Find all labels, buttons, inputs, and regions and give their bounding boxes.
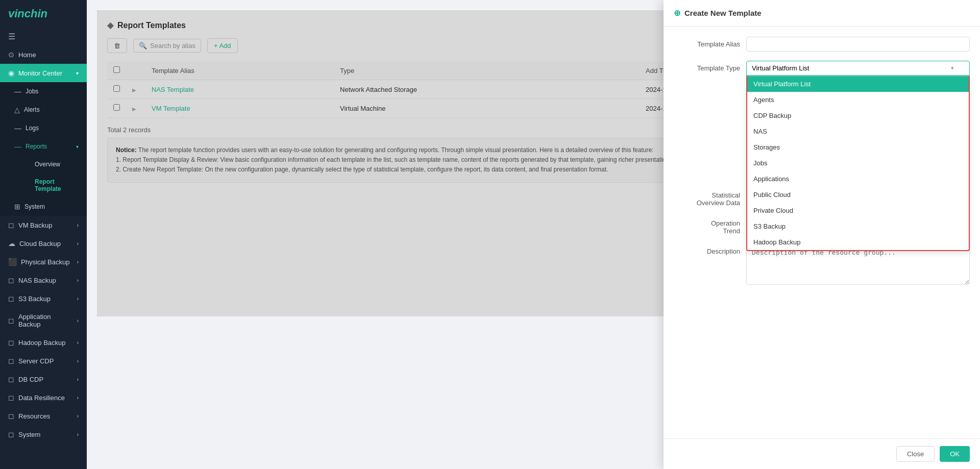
alerts-icon: △ (14, 106, 20, 114)
sidebar-item-reports[interactable]: — Reports ▾ (0, 137, 87, 156)
dropdown-option-private-cloud[interactable]: Private Cloud (747, 203, 969, 218)
chevron-right-icon: › (77, 377, 79, 382)
sidebar-item-overview[interactable]: Overview (20, 156, 87, 173)
create-template-modal: ⊕ Create New Template Template Alias Tem… (664, 0, 980, 469)
modal-body: Template Alias Template Type Virtual Pla… (664, 27, 980, 438)
hamburger-icon[interactable]: ☰ (0, 28, 87, 45)
sidebar-item-label: Alerts (24, 106, 40, 113)
template-alias-label: Template Alias (674, 37, 740, 48)
dropdown-option-storages[interactable]: Storages (747, 139, 969, 155)
physical-backup-icon: ⬛ (8, 258, 17, 266)
sidebar-item-label: Home (18, 51, 36, 59)
dropdown-option-virtual-platform-list[interactable]: Virtual Platform List (747, 76, 969, 92)
chevron-down-icon: ▾ (76, 70, 79, 76)
sidebar-item-hadoop-backup[interactable]: ◻ Hadoop Backup › (0, 333, 87, 352)
sidebar: vinchin ☰ ⊙ Home ◉ Monitor Center ▾ — Jo… (0, 0, 87, 469)
sidebar-item-label: Data Resilience (18, 394, 65, 402)
sidebar-item-home[interactable]: ⊙ Home (0, 45, 87, 64)
modal-header: ⊕ Create New Template (664, 0, 980, 27)
sidebar-item-resources[interactable]: ◻ Resources › (0, 407, 87, 425)
dropdown-option-s3-backup[interactable]: S3 Backup (747, 218, 969, 234)
sidebar-item-cloud-backup[interactable]: ☁ Cloud Backup › (0, 234, 87, 253)
chevron-down-icon: ▾ (76, 144, 79, 150)
sidebar-item-data-resilience[interactable]: ◻ Data Resilience › (0, 388, 87, 407)
db-cdp-icon: ◻ (8, 375, 14, 383)
reports-icon: — (14, 142, 21, 151)
data-resilience-icon: ◻ (8, 393, 14, 402)
dropdown-option-applications[interactable]: Applications (747, 171, 969, 187)
template-type-wrap: Virtual Platform List ▾ Virtual Platform… (746, 61, 970, 76)
dropdown-option-agents[interactable]: Agents (747, 92, 969, 108)
jobs-icon: — (14, 87, 21, 95)
sidebar-item-label: System (24, 203, 45, 210)
ok-button[interactable]: OK (940, 446, 970, 462)
sidebar-item-report-template[interactable]: Report Template (20, 173, 87, 198)
sidebar-item-label: Application Backup (18, 313, 73, 328)
modal-footer: Close OK (664, 438, 980, 469)
logs-icon: — (14, 124, 21, 132)
vm-backup-icon: ◻ (8, 221, 14, 229)
sidebar-item-label: S3 Backup (18, 295, 51, 303)
statistical-overview-label: StatisticalOverview Data (674, 188, 740, 207)
chevron-down-icon: ▾ (951, 65, 954, 71)
template-alias-input[interactable] (746, 37, 970, 52)
template-type-dropdown: Virtual Platform List Agents CDP Backup … (746, 76, 970, 251)
monitor-center-submenu: — Jobs △ Alerts — Logs — Reports ▾ Overv… (0, 82, 87, 216)
server-cdp-icon: ◻ (8, 357, 14, 365)
s3-backup-icon: ◻ (8, 294, 14, 303)
sidebar-item-alerts[interactable]: △ Alerts (0, 101, 87, 119)
sidebar-item-db-cdp[interactable]: ◻ DB CDP › (0, 370, 87, 388)
sidebar-item-system2[interactable]: ◻ System › (0, 425, 87, 443)
sidebar-item-label: Jobs (26, 88, 38, 95)
sidebar-item-nas-backup[interactable]: ◻ NAS Backup › (0, 271, 87, 289)
sidebar-item-label: Cloud Backup (19, 240, 61, 248)
dropdown-option-public-cloud[interactable]: Public Cloud (747, 187, 969, 203)
sidebar-item-logs[interactable]: — Logs (0, 119, 87, 137)
chevron-right-icon: › (77, 340, 79, 345)
close-button[interactable]: Close (896, 446, 935, 462)
home-icon: ⊙ (8, 51, 14, 59)
chevron-right-icon: › (77, 278, 79, 283)
operation-trend-label: OperationTrend (674, 216, 740, 235)
sidebar-item-physical-backup[interactable]: ⬛ Physical Backup › (0, 253, 87, 271)
chevron-right-icon: › (77, 358, 79, 364)
chevron-right-icon: › (77, 413, 79, 419)
template-type-select[interactable]: Virtual Platform List ▾ (746, 61, 970, 76)
sidebar-item-label: Overview (35, 161, 60, 168)
dropdown-option-jobs[interactable]: Jobs (747, 155, 969, 171)
modal-title: Create New Template (684, 9, 762, 17)
sidebar-item-label: Report Template (35, 178, 79, 192)
sidebar-item-label: DB CDP (18, 376, 43, 383)
system2-icon: ◻ (8, 430, 14, 438)
app-backup-icon: ◻ (8, 316, 14, 325)
dropdown-option-cdp-backup[interactable]: CDP Backup (747, 108, 969, 124)
sidebar-item-jobs[interactable]: — Jobs (0, 82, 87, 101)
sidebar-item-application-backup[interactable]: ◻ Application Backup › (0, 308, 87, 333)
logo-chin: chin (24, 7, 47, 20)
sidebar-item-s3-backup[interactable]: ◻ S3 Backup › (0, 289, 87, 308)
sidebar-item-label: Resources (18, 412, 50, 420)
chevron-right-icon: › (77, 296, 79, 302)
sidebar-item-vm-backup[interactable]: ◻ VM Backup › (0, 216, 87, 234)
sidebar-item-server-cdp[interactable]: ◻ Server CDP › (0, 352, 87, 370)
template-type-row: Template Type Virtual Platform List ▾ Vi… (674, 61, 970, 76)
sidebar-item-label: Hadoop Backup (18, 339, 66, 347)
sidebar-item-monitor-center[interactable]: ◉ Monitor Center ▾ (0, 64, 87, 82)
sidebar-item-system[interactable]: ⊞ System (0, 198, 87, 216)
sidebar-item-label: Server CDP (18, 357, 54, 365)
template-alias-row: Template Alias (674, 37, 970, 52)
dropdown-option-hadoop-backup[interactable]: Hadoop Backup (747, 234, 969, 250)
sidebar-item-label: Physical Backup (21, 258, 69, 266)
logo-vin: vin (8, 7, 24, 20)
reports-submenu: Overview Report Template (0, 156, 87, 198)
chevron-right-icon: › (77, 241, 79, 246)
chevron-right-icon: › (77, 223, 79, 228)
sidebar-item-label: Reports (26, 143, 47, 150)
app-logo: vinchin (0, 0, 87, 28)
nas-backup-icon: ◻ (8, 276, 14, 284)
dropdown-option-nas[interactable]: NAS (747, 124, 969, 139)
monitor-icon: ◉ (8, 69, 14, 77)
description-label: Description (674, 244, 740, 255)
sidebar-item-label: NAS Backup (18, 277, 56, 284)
template-type-value: Virtual Platform List (752, 64, 809, 72)
